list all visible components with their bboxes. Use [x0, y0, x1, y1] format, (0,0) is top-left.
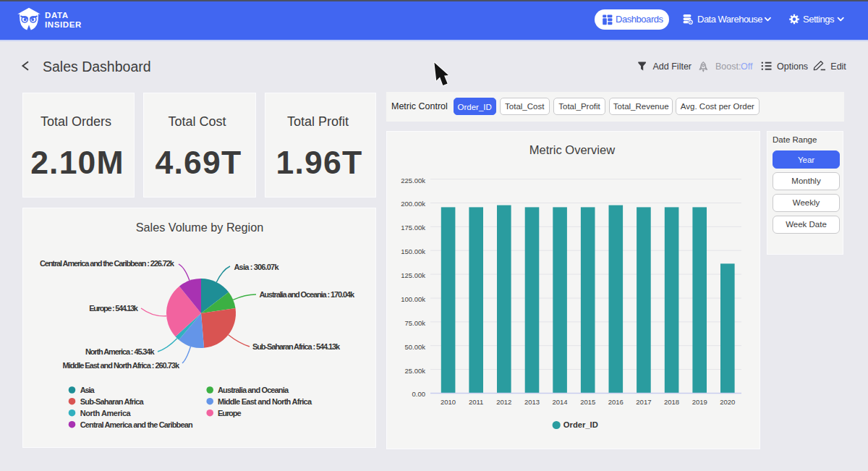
svg-text:175.00k: 175.00k	[401, 224, 425, 232]
svg-text:2013: 2013	[524, 398, 540, 406]
svg-text:2015: 2015	[580, 398, 595, 406]
svg-text:Sub-Saharan Africa : 544.13k: Sub-Saharan Africa : 544.13k	[252, 342, 341, 351]
svg-text:Asia : 306.07k: Asia : 306.07k	[234, 263, 280, 271]
svg-text:2014: 2014	[553, 398, 568, 406]
svg-text:Central America and the Caribb: Central America and the Caribbean : 226.…	[40, 259, 175, 268]
svg-text:2018: 2018	[664, 398, 679, 406]
svg-text:50.00k: 50.00k	[404, 343, 425, 351]
svg-text:2020: 2020	[720, 398, 735, 406]
svg-text:Asia: Asia	[80, 386, 95, 394]
svg-text:2017: 2017	[636, 398, 651, 406]
svg-text:Sub-Saharan Africa: Sub-Saharan Africa	[80, 397, 145, 406]
svg-text:Middle East and North Africa :: Middle East and North Africa : 260.73k	[63, 361, 180, 370]
svg-text:75.00k: 75.00k	[404, 319, 425, 327]
svg-text:2012: 2012	[496, 398, 511, 406]
svg-text:Sales Volume by Region: Sales Volume by Region	[136, 221, 263, 234]
svg-text:125.00k: 125.00k	[401, 271, 425, 279]
svg-text:Central America and the Caribb: Central America and the Caribbean	[80, 420, 193, 429]
svg-text:Europe: Europe	[218, 409, 242, 417]
svg-text:0.00: 0.00	[412, 390, 426, 398]
svg-text:2011: 2011	[469, 398, 483, 406]
svg-text:2010: 2010	[441, 398, 456, 406]
svg-text:25.00k: 25.00k	[404, 367, 425, 375]
svg-text:225.00k: 225.00k	[401, 177, 425, 184]
svg-text:Middle East and North Africa: Middle East and North Africa	[218, 397, 312, 406]
svg-text:Europe : 544.13k: Europe : 544.13k	[89, 304, 139, 313]
svg-text:200.00k: 200.00k	[401, 200, 425, 208]
svg-text:150.00k: 150.00k	[401, 247, 425, 255]
svg-text:100.00k: 100.00k	[401, 295, 425, 303]
svg-text:Australia and Oceania: Australia and Oceania	[218, 386, 289, 394]
svg-text:2019: 2019	[692, 398, 707, 406]
svg-text:North America : 45.34k: North America : 45.34k	[85, 347, 155, 356]
svg-text:Order_ID: Order_ID	[563, 420, 598, 429]
svg-text:Metric Overview: Metric Overview	[529, 143, 615, 156]
svg-text:North America: North America	[80, 409, 132, 417]
svg-text:Australia and Oceania : 170.04: Australia and Oceania : 170.04k	[260, 290, 355, 299]
svg-text:2016: 2016	[608, 398, 624, 406]
